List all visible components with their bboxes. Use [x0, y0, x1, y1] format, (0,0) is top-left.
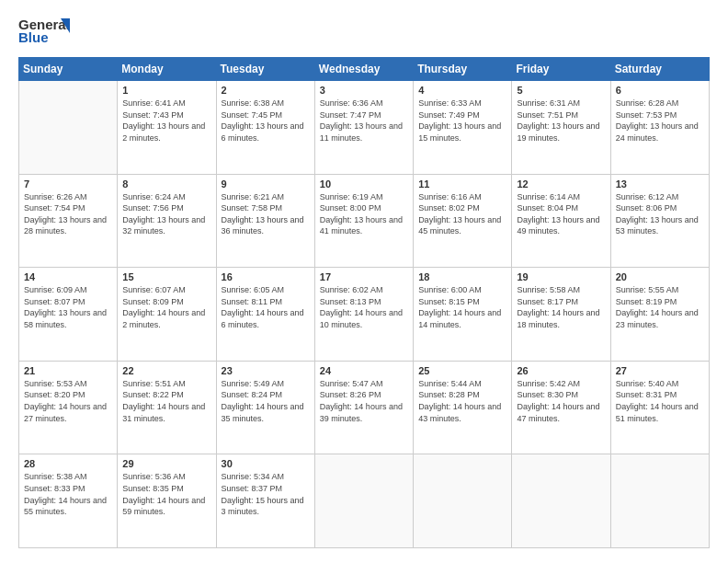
cell-info: Sunrise: 6:36 AMSunset: 7:47 PMDaylight:…: [320, 98, 408, 144]
calendar-week-row-1: 7Sunrise: 6:26 AMSunset: 7:54 PMDaylight…: [19, 174, 710, 268]
day-number: 21: [24, 365, 112, 376]
calendar-cell-2-4: 18Sunrise: 6:00 AMSunset: 8:15 PMDayligh…: [414, 268, 512, 362]
day-number: 18: [418, 271, 506, 282]
cell-info: Sunrise: 6:16 AMSunset: 8:02 PMDaylight:…: [418, 191, 506, 237]
day-number: 4: [418, 85, 506, 96]
day-number: 20: [616, 271, 704, 282]
weekday-header-sunday: Sunday: [19, 58, 118, 81]
cell-info: Sunrise: 5:34 AMSunset: 8:37 PMDaylight:…: [222, 471, 310, 517]
cell-info: Sunrise: 5:36 AMSunset: 8:35 PMDaylight:…: [122, 471, 210, 517]
calendar-cell-0-3: 3Sunrise: 6:36 AMSunset: 7:47 PMDaylight…: [314, 81, 413, 175]
cell-info: Sunrise: 5:40 AMSunset: 8:31 PMDaylight:…: [616, 378, 704, 424]
calendar-cell-0-4: 4Sunrise: 6:33 AMSunset: 7:49 PMDaylight…: [414, 81, 512, 175]
cell-info: Sunrise: 6:05 AMSunset: 8:11 PMDaylight:…: [222, 284, 310, 330]
calendar-week-row-3: 21Sunrise: 5:53 AMSunset: 8:20 PMDayligh…: [19, 361, 710, 454]
calendar-cell-0-0: [19, 81, 118, 175]
cell-info: Sunrise: 5:51 AMSunset: 8:22 PMDaylight:…: [122, 378, 210, 424]
day-number: 6: [616, 85, 704, 96]
calendar-cell-3-0: 21Sunrise: 5:53 AMSunset: 8:20 PMDayligh…: [19, 361, 118, 454]
calendar-cell-1-4: 11Sunrise: 6:16 AMSunset: 8:02 PMDayligh…: [414, 174, 512, 268]
weekday-header-tuesday: Tuesday: [216, 58, 314, 81]
day-number: 15: [122, 271, 210, 282]
calendar-cell-1-5: 12Sunrise: 6:14 AMSunset: 8:04 PMDayligh…: [512, 174, 610, 268]
cell-info: Sunrise: 5:55 AMSunset: 8:19 PMDaylight:…: [616, 284, 704, 330]
cell-info: Sunrise: 6:41 AMSunset: 7:43 PMDaylight:…: [122, 98, 210, 144]
calendar-cell-3-6: 27Sunrise: 5:40 AMSunset: 8:31 PMDayligh…: [610, 361, 709, 454]
cell-info: Sunrise: 6:12 AMSunset: 8:06 PMDaylight:…: [616, 191, 704, 237]
cell-info: Sunrise: 5:42 AMSunset: 8:30 PMDaylight:…: [517, 378, 605, 424]
day-number: 5: [517, 85, 605, 96]
day-number: 28: [24, 458, 112, 469]
calendar-cell-4-5: [512, 454, 610, 548]
calendar-cell-3-4: 25Sunrise: 5:44 AMSunset: 8:28 PMDayligh…: [414, 361, 512, 454]
calendar-cell-1-2: 9Sunrise: 6:21 AMSunset: 7:58 PMDaylight…: [216, 174, 314, 268]
weekday-header-wednesday: Wednesday: [314, 58, 413, 81]
calendar-week-row-2: 14Sunrise: 6:09 AMSunset: 8:07 PMDayligh…: [19, 268, 710, 362]
cell-info: Sunrise: 5:49 AMSunset: 8:24 PMDaylight:…: [222, 378, 310, 424]
calendar-week-row-4: 28Sunrise: 5:38 AMSunset: 8:33 PMDayligh…: [19, 454, 710, 548]
cell-info: Sunrise: 6:09 AMSunset: 8:07 PMDaylight:…: [24, 284, 112, 330]
weekday-header-thursday: Thursday: [414, 58, 512, 81]
weekday-header-friday: Friday: [512, 58, 610, 81]
calendar-cell-2-2: 16Sunrise: 6:05 AMSunset: 8:11 PMDayligh…: [216, 268, 314, 362]
cell-info: Sunrise: 5:44 AMSunset: 8:28 PMDaylight:…: [418, 378, 506, 424]
calendar-cell-4-2: 30Sunrise: 5:34 AMSunset: 8:37 PMDayligh…: [216, 454, 314, 548]
calendar-cell-4-6: [610, 454, 709, 548]
logo: GeneralBlue: [18, 15, 74, 48]
day-number: 30: [222, 458, 310, 469]
calendar-cell-1-6: 13Sunrise: 6:12 AMSunset: 8:06 PMDayligh…: [610, 174, 709, 268]
cell-info: Sunrise: 6:26 AMSunset: 7:54 PMDaylight:…: [24, 191, 112, 237]
weekday-header-monday: Monday: [118, 58, 216, 81]
day-number: 12: [517, 178, 605, 190]
calendar-cell-1-3: 10Sunrise: 6:19 AMSunset: 8:00 PMDayligh…: [314, 174, 413, 268]
day-number: 9: [222, 178, 310, 190]
cell-info: Sunrise: 6:28 AMSunset: 7:53 PMDaylight:…: [616, 98, 704, 144]
calendar-cell-0-6: 6Sunrise: 6:28 AMSunset: 7:53 PMDaylight…: [610, 81, 709, 175]
cell-info: Sunrise: 5:38 AMSunset: 8:33 PMDaylight:…: [24, 471, 112, 517]
day-number: 2: [222, 85, 310, 96]
calendar-cell-2-0: 14Sunrise: 6:09 AMSunset: 8:07 PMDayligh…: [19, 268, 118, 362]
calendar-cell-2-3: 17Sunrise: 6:02 AMSunset: 8:13 PMDayligh…: [314, 268, 413, 362]
cell-info: Sunrise: 6:21 AMSunset: 7:58 PMDaylight:…: [222, 191, 310, 237]
cell-info: Sunrise: 6:19 AMSunset: 8:00 PMDaylight:…: [320, 191, 408, 237]
page: GeneralBlue SundayMondayTuesdayWednesday…: [0, 0, 728, 563]
day-number: 11: [418, 178, 506, 190]
day-number: 23: [222, 365, 310, 376]
calendar-cell-4-3: [314, 454, 413, 548]
calendar-cell-3-1: 22Sunrise: 5:51 AMSunset: 8:22 PMDayligh…: [118, 361, 216, 454]
calendar-table: SundayMondayTuesdayWednesdayThursdayFrid…: [18, 57, 710, 548]
day-number: 10: [320, 178, 408, 190]
weekday-header-saturday: Saturday: [610, 58, 709, 81]
day-number: 26: [517, 365, 605, 376]
calendar-cell-1-0: 7Sunrise: 6:26 AMSunset: 7:54 PMDaylight…: [19, 174, 118, 268]
day-number: 25: [418, 365, 506, 376]
general-blue-logo: GeneralBlue: [18, 15, 74, 48]
calendar-week-row-0: 1Sunrise: 6:41 AMSunset: 7:43 PMDaylight…: [19, 81, 710, 175]
cell-info: Sunrise: 6:14 AMSunset: 8:04 PMDaylight:…: [517, 191, 605, 237]
cell-info: Sunrise: 5:47 AMSunset: 8:26 PMDaylight:…: [320, 378, 408, 424]
cell-info: Sunrise: 6:00 AMSunset: 8:15 PMDaylight:…: [418, 284, 506, 330]
day-number: 17: [320, 271, 408, 282]
calendar-cell-1-1: 8Sunrise: 6:24 AMSunset: 7:56 PMDaylight…: [118, 174, 216, 268]
calendar-cell-0-1: 1Sunrise: 6:41 AMSunset: 7:43 PMDaylight…: [118, 81, 216, 175]
calendar-cell-3-2: 23Sunrise: 5:49 AMSunset: 8:24 PMDayligh…: [216, 361, 314, 454]
cell-info: Sunrise: 5:53 AMSunset: 8:20 PMDaylight:…: [24, 378, 112, 424]
day-number: 14: [24, 271, 112, 282]
calendar-cell-3-5: 26Sunrise: 5:42 AMSunset: 8:30 PMDayligh…: [512, 361, 610, 454]
calendar-cell-2-6: 20Sunrise: 5:55 AMSunset: 8:19 PMDayligh…: [610, 268, 709, 362]
cell-info: Sunrise: 6:07 AMSunset: 8:09 PMDaylight:…: [122, 284, 210, 330]
calendar-cell-3-3: 24Sunrise: 5:47 AMSunset: 8:26 PMDayligh…: [314, 361, 413, 454]
svg-text:Blue: Blue: [18, 29, 49, 45]
calendar-cell-0-2: 2Sunrise: 6:38 AMSunset: 7:45 PMDaylight…: [216, 81, 314, 175]
cell-info: Sunrise: 6:38 AMSunset: 7:45 PMDaylight:…: [222, 98, 310, 144]
cell-info: Sunrise: 6:02 AMSunset: 8:13 PMDaylight:…: [320, 284, 408, 330]
calendar-cell-4-4: [414, 454, 512, 548]
header: GeneralBlue: [18, 15, 710, 48]
day-number: 19: [517, 271, 605, 282]
cell-info: Sunrise: 6:24 AMSunset: 7:56 PMDaylight:…: [122, 191, 210, 237]
day-number: 13: [616, 178, 704, 190]
day-number: 1: [122, 85, 210, 96]
calendar-cell-4-0: 28Sunrise: 5:38 AMSunset: 8:33 PMDayligh…: [19, 454, 118, 548]
day-number: 22: [122, 365, 210, 376]
cell-info: Sunrise: 5:58 AMSunset: 8:17 PMDaylight:…: [517, 284, 605, 330]
